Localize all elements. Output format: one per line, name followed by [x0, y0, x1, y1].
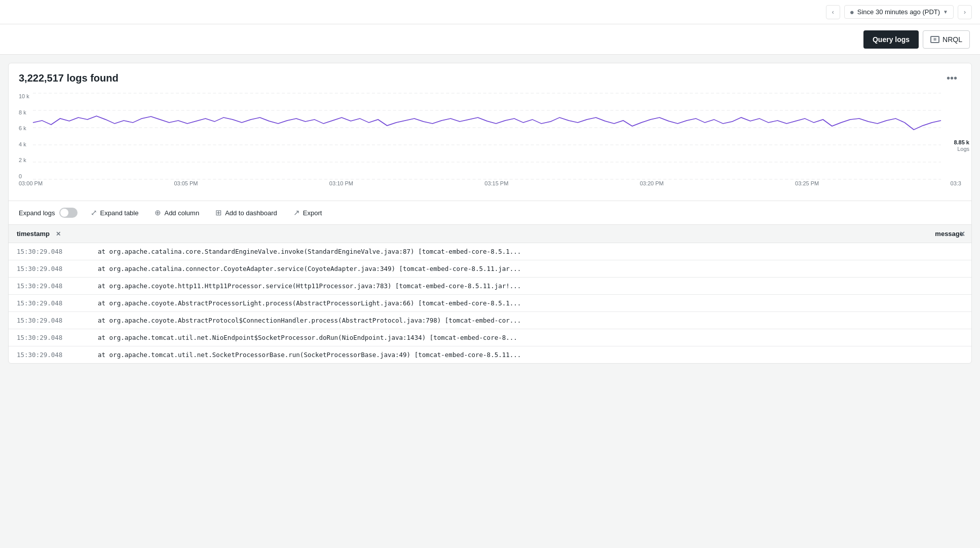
chevron-down-icon: ▼: [943, 9, 948, 15]
table-row[interactable]: 15:30:29.048 at org.apache.tomcat.util.n…: [9, 346, 971, 364]
timestamp-cell: 15:30:29.048: [9, 243, 90, 260]
logs-count: 3,222,517 logs found: [19, 72, 119, 84]
export-label: Export: [303, 209, 322, 217]
table-body: 15:30:29.048 at org.apache.catalina.core…: [9, 243, 971, 364]
next-nav-button[interactable]: ›: [958, 5, 972, 19]
add-to-dashboard-button[interactable]: ⊞ Add to dashboard: [212, 206, 280, 219]
timestamp-cell: 15:30:29.048: [9, 329, 90, 346]
message-close-button[interactable]: ✕: [959, 230, 965, 238]
expand-logs-wrap: Expand logs: [19, 208, 78, 218]
more-options-button[interactable]: •••: [943, 71, 961, 85]
expand-logs-toggle[interactable]: [59, 208, 78, 218]
y-label-0: 0: [19, 173, 29, 179]
expand-table-button[interactable]: ⤢ Expand table: [88, 206, 142, 219]
message-cell: at org.apache.coyote.http11.Http11Proces…: [90, 278, 971, 295]
main-toolbar: Query logs ⊞ NRQL: [0, 24, 980, 55]
message-cell: at org.apache.catalina.core.StandardEngi…: [90, 243, 971, 260]
chart-svg: [33, 93, 941, 179]
top-nav: ‹ ● Since 30 minutes ago (PDT) ▼ ›: [0, 0, 980, 24]
logs-toolbar: Expand logs ⤢ Expand table ⊕ Add column …: [9, 201, 971, 224]
y-label-4k: 4 k: [19, 141, 29, 147]
message-cell: at org.apache.catalina.connector.CoyoteA…: [90, 260, 971, 278]
table-row[interactable]: 15:30:29.048 at org.apache.catalina.conn…: [9, 260, 971, 278]
x-label-4: 03:15 PM: [484, 180, 508, 186]
table-row[interactable]: 15:30:29.048 at org.apache.catalina.core…: [9, 243, 971, 260]
expand-logs-label: Expand logs: [19, 209, 55, 217]
y-label-6k: 6 k: [19, 125, 29, 131]
logs-table: timestamp ✕ message ✕ 15:30:29.048 at or…: [9, 224, 971, 363]
nrql-label: NRQL: [943, 35, 962, 44]
query-logs-button[interactable]: Query logs: [863, 30, 919, 49]
logs-header: 3,222,517 logs found •••: [9, 63, 971, 89]
timestamp-cell: 15:30:29.048: [9, 260, 90, 278]
chart-right-label: 8.85 k Logs: [954, 138, 969, 152]
nrql-button[interactable]: ⊞ NRQL: [923, 30, 970, 49]
add-column-button[interactable]: ⊕ Add column: [152, 206, 202, 219]
add-column-label: Add column: [164, 209, 199, 217]
x-label-5: 03:20 PM: [640, 180, 664, 186]
dashboard-icon: ⊞: [215, 208, 222, 217]
content-area: 3,222,517 logs found ••• 10 k 8 k 6 k 4 …: [0, 55, 980, 372]
expand-table-label: Expand table: [100, 209, 139, 217]
x-label-6: 03:25 PM: [795, 180, 819, 186]
chart-x-labels: 03:00 PM 03:05 PM 03:10 PM 03:15 PM 03:2…: [19, 180, 961, 186]
timestamp-cell: 15:30:29.048: [9, 278, 90, 295]
add-to-dashboard-label: Add to dashboard: [225, 209, 277, 217]
y-label-2k: 2 k: [19, 157, 29, 163]
prev-nav-button[interactable]: ‹: [826, 5, 840, 19]
timestamp-cell: 15:30:29.048: [9, 312, 90, 329]
chart-unit-label: Logs: [954, 146, 969, 152]
chart-value-label: 8.85 k: [954, 139, 969, 145]
plus-circle-icon: ⊕: [155, 208, 161, 217]
chart-y-labels: 10 k 8 k 6 k 4 k 2 k 0: [19, 93, 29, 179]
export-button[interactable]: ↗ Export: [290, 206, 325, 219]
chart-area: 10 k 8 k 6 k 4 k 2 k 0: [9, 89, 971, 201]
x-label-2: 03:05 PM: [174, 180, 198, 186]
message-header: message ✕: [90, 225, 971, 243]
logs-panel: 3,222,517 logs found ••• 10 k 8 k 6 k 4 …: [8, 63, 972, 364]
time-range-label: Since 30 minutes ago (PDT): [857, 8, 940, 16]
table-header-row: timestamp ✕ message ✕: [9, 225, 971, 243]
y-label-10k: 10 k: [19, 93, 29, 99]
x-label-7: 03:3: [951, 180, 961, 186]
table-row[interactable]: 15:30:29.048 at org.apache.tomcat.util.n…: [9, 329, 971, 346]
chart-canvas: [33, 93, 941, 179]
expand-icon: ⤢: [91, 208, 97, 217]
message-cell: at org.apache.coyote.AbstractProtocol$Co…: [90, 312, 971, 329]
time-range-selector[interactable]: ● Since 30 minutes ago (PDT) ▼: [844, 5, 954, 19]
timestamp-cell: 15:30:29.048: [9, 295, 90, 312]
table-row[interactable]: 15:30:29.048 at org.apache.coyote.Abstra…: [9, 312, 971, 329]
timestamp-header: timestamp ✕: [9, 225, 90, 243]
message-cell: at org.apache.tomcat.util.net.NioEndpoin…: [90, 329, 971, 346]
y-label-8k: 8 k: [19, 109, 29, 115]
timestamp-cell: 15:30:29.048: [9, 346, 90, 364]
table-row[interactable]: 15:30:29.048 at org.apache.coyote.http11…: [9, 278, 971, 295]
clock-icon: ●: [850, 8, 854, 16]
timestamp-close-button[interactable]: ✕: [56, 230, 61, 238]
message-cell: at org.apache.coyote.AbstractProcessorLi…: [90, 295, 971, 312]
x-label-3: 03:10 PM: [329, 180, 353, 186]
export-icon: ↗: [293, 208, 300, 217]
message-cell: at org.apache.tomcat.util.net.SocketProc…: [90, 346, 971, 364]
table-row[interactable]: 15:30:29.048 at org.apache.coyote.Abstra…: [9, 295, 971, 312]
x-label-1: 03:00 PM: [19, 180, 43, 186]
nrql-icon: ⊞: [930, 36, 939, 43]
